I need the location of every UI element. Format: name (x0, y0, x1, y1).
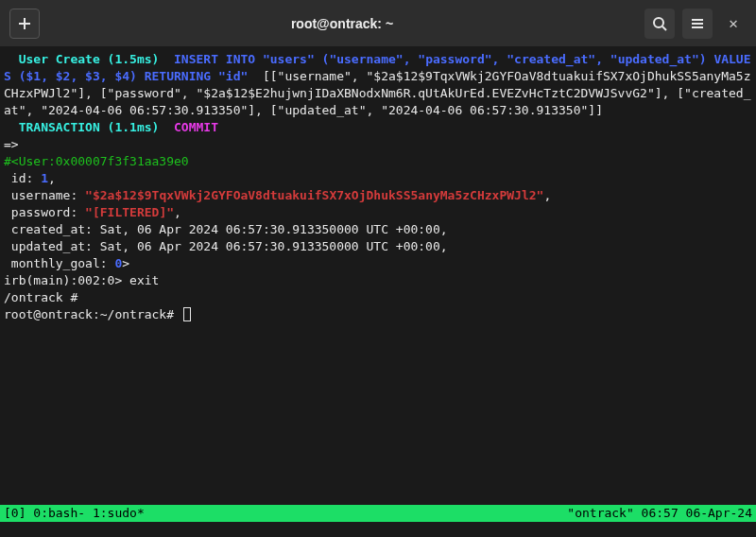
root-prompt: root@ontrack:~/ontrack# (4, 307, 181, 321)
menu-button[interactable] (682, 9, 713, 39)
close-button[interactable]: ✕ (720, 10, 747, 37)
svg-point-0 (654, 18, 663, 27)
log-user-create: User Create (1.5ms) (4, 52, 174, 66)
username-comma: , (543, 188, 551, 202)
username-value: "$2a$12$9TqxVWkj2GYFOaV8dtuakuifSX7xOjDh… (85, 188, 543, 202)
statusbar-left: [0] 0:bash- 1:sudo* (4, 505, 145, 522)
object-close: > (122, 256, 129, 270)
username-label: username: (4, 188, 85, 202)
password-value: "[FILTERED]" (85, 205, 174, 219)
password-comma: , (174, 205, 181, 219)
statusbar-right: "ontrack" 06:57 06-Apr-24 (567, 505, 752, 522)
created-at-line: created_at: Sat, 06 Apr 2024 06:57:30.91… (4, 222, 448, 236)
irb-exit-line: irb(main):002:0> exit (4, 273, 159, 287)
object-header: #<User:0x00007f3f31aa39e0 (4, 154, 189, 168)
id-label: id: (4, 171, 41, 185)
search-button[interactable] (644, 9, 675, 39)
search-icon (652, 16, 667, 31)
titlebar: root@ontrack: ~ ✕ (0, 0, 756, 47)
cursor (183, 307, 191, 321)
id-value: 1 (41, 171, 48, 185)
result-arrow: => (4, 137, 19, 151)
log-transaction: TRANSACTION (1.1ms) (4, 120, 174, 134)
new-tab-button[interactable] (9, 9, 40, 39)
password-label: password: (4, 205, 85, 219)
titlebar-controls: ✕ (644, 9, 747, 39)
tmux-statusbar: [0] 0:bash- 1:sudo* "ontrack" 06:57 06-A… (0, 505, 756, 522)
window-title: root@ontrack: ~ (40, 16, 644, 31)
monthly-goal-label: monthly_goal: (4, 256, 114, 270)
updated-at-line: updated_at: Sat, 06 Apr 2024 06:57:30.91… (4, 239, 448, 253)
terminal-output[interactable]: User Create (1.5ms) INSERT INTO "users" … (0, 47, 756, 505)
id-comma: , (48, 171, 56, 185)
log-commit: COMMIT (174, 120, 218, 134)
close-icon: ✕ (729, 14, 738, 32)
container-prompt: /ontrack # (4, 290, 77, 304)
plus-icon (17, 16, 32, 31)
hamburger-icon (690, 16, 705, 31)
